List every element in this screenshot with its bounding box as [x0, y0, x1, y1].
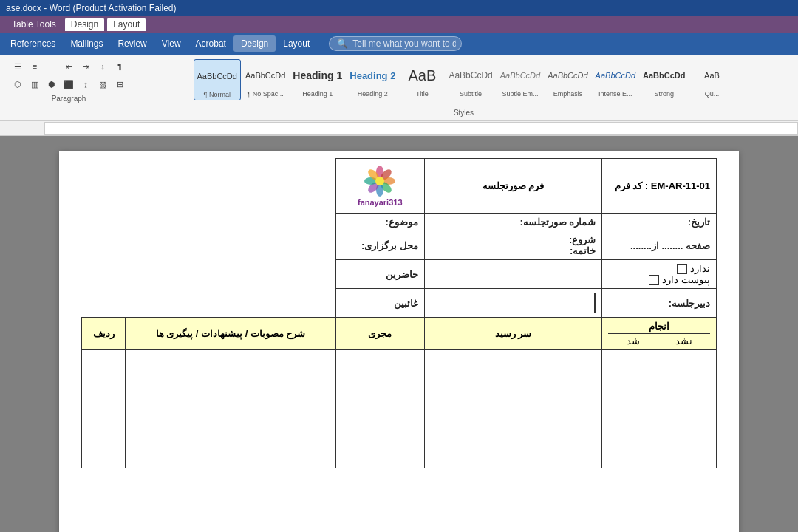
- menu-design[interactable]: Design: [233, 35, 276, 52]
- style-normal[interactable]: AaBbCcDd ¶ Normal: [194, 59, 241, 100]
- svg-point-8: [375, 177, 384, 185]
- menu-bar: References Mailings Review View Acrobat …: [0, 33, 798, 55]
- ribbon: ☰ ≡ ⋮ ⇤ ⇥ ↕ ¶ ⬡ ▥ ⬢ ⬛ ↨ ▨ ⊞ Paragraph Aa…: [0, 55, 798, 121]
- justify-icon[interactable]: ⬛: [61, 77, 76, 92]
- style-emphasis[interactable]: AaBbCcDd Emphasis: [545, 59, 590, 99]
- align-center-icon[interactable]: ▥: [27, 77, 42, 92]
- data-row-1: [82, 350, 717, 409]
- design-tab[interactable]: Design: [65, 18, 104, 31]
- styles-row: AaBbCcDd ¶ Normal AaBbCcDd ¶ No Spac... …: [194, 58, 734, 107]
- search-icon: 🔍: [337, 38, 348, 49]
- style-subtitle-preview: AaBbCcDd: [449, 61, 492, 90]
- borders-icon[interactable]: ⊞: [112, 77, 127, 92]
- menu-acrobat[interactable]: Acrobat: [188, 35, 233, 52]
- style-heading1[interactable]: Heading 1 Heading 1: [290, 59, 345, 99]
- menu-mailings[interactable]: Mailings: [63, 35, 110, 52]
- style-quote[interactable]: AaB Qu...: [689, 59, 734, 99]
- layout-tab[interactable]: Layout: [107, 18, 146, 31]
- bullet-list-icon[interactable]: ☰: [10, 59, 25, 74]
- style-heading2-label: Heading 2: [358, 90, 388, 98]
- align-right-icon[interactable]: ⬢: [44, 77, 59, 92]
- number-list-icon[interactable]: ≡: [27, 59, 42, 74]
- checkbox-cell: ندارد پیوست دارد: [602, 260, 717, 289]
- done-yes-label: شد: [627, 335, 640, 347]
- ribbon-styles-section: AaBbCcDd ¶ Normal AaBbCcDd ¶ No Spac... …: [135, 58, 792, 117]
- menu-view[interactable]: View: [154, 35, 188, 52]
- data-row-2: [82, 409, 717, 468]
- style-heading2-preview: Heading 2: [349, 61, 395, 90]
- style-quote-preview: AaB: [704, 61, 720, 90]
- data-row-1-desc: [126, 350, 335, 409]
- increase-indent-icon[interactable]: ⇥: [78, 59, 93, 74]
- page-label-cell: صفحه ........ از........: [602, 231, 717, 260]
- style-heading2[interactable]: Heading 2 Heading 2: [347, 59, 398, 99]
- ribbon-icons-row2: ⬡ ▥ ⬢ ⬛ ↨ ▨ ⊞: [10, 75, 127, 93]
- header-logo-cell: fanayari313: [335, 159, 424, 214]
- end-label: خاتمه:: [431, 245, 596, 256]
- number-header-cell: ردیف: [82, 318, 126, 350]
- data-row-2-number: [82, 409, 126, 468]
- multilevel-list-icon[interactable]: ⋮: [44, 59, 59, 74]
- attach-yes-checkbox[interactable]: [649, 275, 659, 285]
- ribbon-paragraph: ☰ ≡ ⋮ ⇤ ⇥ ↕ ¶ ⬡ ▥ ⬢ ⬛ ↨ ▨ ⊞ Paragraph: [6, 58, 132, 117]
- style-intense[interactable]: AaBbCcDd Intense E...: [593, 59, 638, 99]
- shading-icon[interactable]: ▨: [95, 77, 110, 92]
- decrease-indent-icon[interactable]: ⇤: [61, 59, 76, 74]
- line-spacing-icon[interactable]: ↨: [78, 77, 93, 92]
- menu-review[interactable]: Review: [110, 35, 154, 52]
- menu-references[interactable]: References: [3, 35, 63, 52]
- row-subject: تاریخ: شماره صورتجلسه: موضوع:: [82, 214, 717, 231]
- data-row-2-executor: [335, 409, 424, 468]
- ribbon-icons-row1: ☰ ≡ ⋮ ⇤ ⇥ ↕ ¶: [10, 58, 127, 75]
- attach-yes-label: پیوست دارد: [649, 274, 710, 285]
- data-row-2-deadline: [424, 409, 602, 468]
- title-bar-text: ase.docx - Word (Product Activation Fail…: [6, 3, 177, 13]
- style-no-space-label: ¶ No Spac...: [247, 90, 283, 98]
- style-quote-label: Qu...: [705, 90, 720, 98]
- sort-icon[interactable]: ↕: [95, 59, 110, 74]
- style-emphasis-preview: AaBbCcDd: [548, 61, 587, 90]
- table-tools-bar: Table Tools Design Layout: [0, 16, 798, 33]
- attach-no-label: ندارد: [677, 263, 710, 274]
- start-end-cell: شروع: خاتمه:: [424, 231, 602, 260]
- style-subtitle[interactable]: AaBbCcDd Subtitle: [446, 59, 495, 99]
- done-header-label: انجام: [608, 321, 710, 332]
- style-normal-label: ¶ Normal: [204, 91, 231, 98]
- start-label: شروع:: [431, 234, 596, 245]
- attach-no-checkbox[interactable]: [677, 264, 687, 274]
- done-no-label: نشد: [675, 335, 692, 347]
- subject-label-cell: موضوع:: [335, 214, 424, 231]
- style-no-space[interactable]: AaBbCcDd ¶ No Spac...: [242, 59, 288, 99]
- styles-label: Styles: [454, 109, 474, 117]
- desc-header-cell: شرح مصوبات / پیشنهادات / پیگیری ها: [126, 318, 335, 350]
- style-strong[interactable]: AaBbCcDd Strong: [640, 59, 688, 99]
- header-row: EM-AR-11-01 : کد فرم فرم صورتجلسه: [82, 159, 717, 214]
- menu-layout[interactable]: Layout: [276, 35, 317, 52]
- show-marks-icon[interactable]: ¶: [112, 59, 127, 74]
- style-subtle-em-label: Subtle Em...: [502, 90, 538, 98]
- row-absentees: دبیرجلسه: غائبین: [82, 289, 717, 318]
- meeting-num-cell: شماره صورتجلسه:: [424, 214, 602, 231]
- style-title-preview: AaB: [408, 61, 436, 90]
- row-venue: صفحه ........ از........ شروع: خاتمه: مح…: [82, 231, 717, 260]
- style-heading1-preview: Heading 1: [293, 61, 342, 90]
- style-intense-preview: AaBbCcDd: [596, 61, 635, 90]
- done-sub-headers: نشد شد: [608, 333, 710, 347]
- title-bar-left: ase.docx - Word (Product Activation Fail…: [6, 3, 177, 13]
- style-normal-preview: AaBbCcDd: [197, 61, 237, 91]
- style-title-label: Title: [416, 90, 429, 98]
- meeting-num-label: شماره صورتجلسه:: [519, 216, 596, 228]
- executor-header-cell: مجری: [335, 318, 424, 350]
- search-input[interactable]: [352, 38, 456, 49]
- data-row-1-deadline: [424, 350, 602, 409]
- logo-flower-svg: [361, 165, 399, 198]
- style-emphasis-label: Emphasis: [553, 90, 583, 98]
- style-strong-label: Strong: [654, 90, 674, 98]
- style-title[interactable]: AaB Title: [400, 59, 444, 99]
- data-row-1-done: [602, 350, 717, 409]
- document-page: EM-AR-11-01 : کد فرم فرم صورتجلسه: [59, 151, 739, 532]
- style-subtitle-label: Subtitle: [460, 90, 482, 98]
- search-box[interactable]: 🔍: [329, 36, 462, 51]
- style-subtle-em[interactable]: AaBbCcDd Subtle Em...: [497, 59, 543, 99]
- align-left-icon[interactable]: ⬡: [10, 77, 25, 92]
